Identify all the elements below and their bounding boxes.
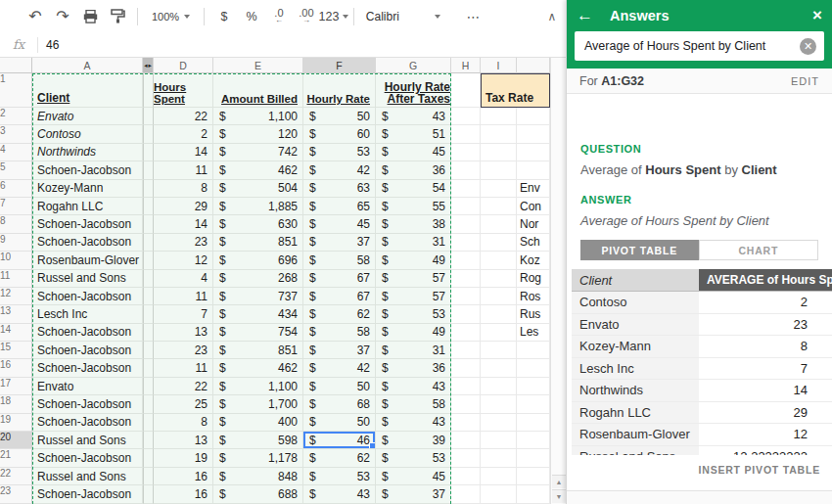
cell-G8[interactable]: $38 [376,215,451,233]
cell-D11[interactable]: 4 [154,270,213,288]
cell-J7[interactable]: Con [517,198,550,215]
cell-H15[interactable] [451,342,481,359]
cell-A6[interactable]: Kozey-Mann [32,180,143,198]
cell-F11[interactable]: $67 [303,270,376,288]
cell-G10[interactable]: $49 [376,252,451,269]
cell-G7[interactable]: $55 [376,198,451,215]
cell-E18[interactable]: $1,700 [213,395,303,413]
cell-F3[interactable]: $60 [303,125,376,143]
cell-F7[interactable]: $65 [303,198,376,215]
clear-search-icon[interactable]: ✕ [800,38,816,55]
row-header-12[interactable]: 12 [0,288,32,305]
cell-A17[interactable]: Envato [32,378,143,395]
cell-E4[interactable]: $742 [213,144,303,161]
cell-J21[interactable] [517,449,550,467]
cell-H10[interactable] [451,252,481,269]
cell-J4[interactable] [517,144,550,161]
cell-J15[interactable] [517,342,550,359]
cell-G12[interactable]: $57 [376,288,451,305]
column-header-A[interactable]: A [32,58,143,73]
cell-I10[interactable] [481,252,517,269]
cell-E9[interactable]: $851 [213,234,303,252]
close-icon[interactable]: × [812,6,822,25]
cell-E3[interactable]: $120 [213,125,303,143]
cell-I16[interactable] [481,359,517,377]
cell-D17[interactable]: 22 [154,378,213,395]
row-header-2[interactable]: 2 [0,108,32,125]
row-header-14[interactable]: 14 [0,324,32,342]
cell-J20[interactable] [517,432,550,449]
cell-I6[interactable] [481,180,517,198]
cell-F12[interactable]: $67 [303,288,376,305]
cell-D10[interactable]: 12 [154,252,213,269]
cell-J8[interactable]: Nor [517,215,550,233]
cell-D2[interactable]: 22 [154,108,213,125]
cell-J3[interactable] [517,125,550,143]
cell-H4[interactable] [451,144,481,161]
cell-D21[interactable]: 19 [154,449,213,467]
cell-J9[interactable]: Sch [517,234,550,252]
cell-G18[interactable]: $58 [376,395,451,413]
cell-I18[interactable] [481,395,517,413]
redo-icon[interactable]: ↷ [49,5,76,28]
row-header-4[interactable]: 4 [0,144,32,161]
row-header-9[interactable]: 9 [0,234,32,252]
cell-H5[interactable] [451,161,481,179]
cell-D9[interactable]: 23 [154,234,213,252]
cell-A4[interactable]: Northwinds [32,144,143,161]
cell-E13[interactable]: $434 [213,305,303,323]
cell-J14[interactable]: Les [517,324,550,342]
cell-D22[interactable]: 16 [154,468,213,485]
row-header-18[interactable]: 18 [0,395,32,413]
cell-H1[interactable] [451,73,481,108]
row-header-3[interactable]: 3 [0,125,32,143]
cell-D8[interactable]: 14 [154,215,213,233]
undo-icon[interactable]: ↶ [22,5,49,28]
cell-E1[interactable]: Amount Billed [213,73,303,108]
cell-G9[interactable]: $31 [376,234,451,252]
cell-D12[interactable]: 11 [154,288,213,305]
column-header-J[interactable] [517,58,550,73]
font-select[interactable]: Calibri [360,10,446,23]
cell-F21[interactable]: $62 [303,449,376,467]
row-header-10[interactable]: 10 [0,252,32,269]
cell-H9[interactable] [451,234,481,252]
cell-E17[interactable]: $1,100 [213,378,303,395]
more-toolbar-button[interactable]: ⋯ [460,5,487,28]
cell-I23[interactable] [481,485,517,503]
cell-F20[interactable]: $46 [303,432,376,449]
cell-J10[interactable]: Koz [517,252,550,269]
column-header-G[interactable]: G [376,58,451,73]
cell-G20[interactable]: $39 [376,432,451,449]
cell-D19[interactable]: 8 [154,414,213,432]
cell-I3[interactable] [481,125,517,143]
cell-J22[interactable] [517,468,550,485]
cell-A12[interactable]: Schoen-Jacobson [32,288,143,305]
cell-G15[interactable]: $31 [376,342,451,359]
select-all-corner[interactable] [0,58,32,73]
cell-E12[interactable]: $737 [213,288,303,305]
cell-G2[interactable]: $43 [376,108,451,125]
cell-I5[interactable] [481,161,517,179]
cell-E10[interactable]: $696 [213,252,303,269]
cell-E8[interactable]: $630 [213,215,303,233]
cell-F15[interactable]: $37 [303,342,376,359]
explore-search-box[interactable]: ✕ [575,31,824,61]
cell-F23[interactable]: $43 [303,485,376,503]
cell-F5[interactable]: $42 [303,161,376,179]
formula-bar-value[interactable]: 46 [46,38,59,52]
row-header-19[interactable]: 19 [0,414,32,432]
cell-G17[interactable]: $43 [376,378,451,395]
collapse-toolbar-icon[interactable]: ∧ [538,5,566,28]
cell-F10[interactable]: $58 [303,252,376,269]
cell-G6[interactable]: $54 [376,180,451,198]
row-header-13[interactable]: 13 [0,305,32,323]
cell-I19[interactable] [481,414,517,432]
paint-format-icon[interactable] [104,5,131,28]
cell-D5[interactable]: 11 [154,161,213,179]
cell-H21[interactable] [451,449,481,467]
cell-A5[interactable]: Schoen-Jacobson [32,161,143,179]
cell-J18[interactable] [517,395,550,413]
cell-E6[interactable]: $504 [213,180,303,198]
cell-E11[interactable]: $268 [213,270,303,288]
